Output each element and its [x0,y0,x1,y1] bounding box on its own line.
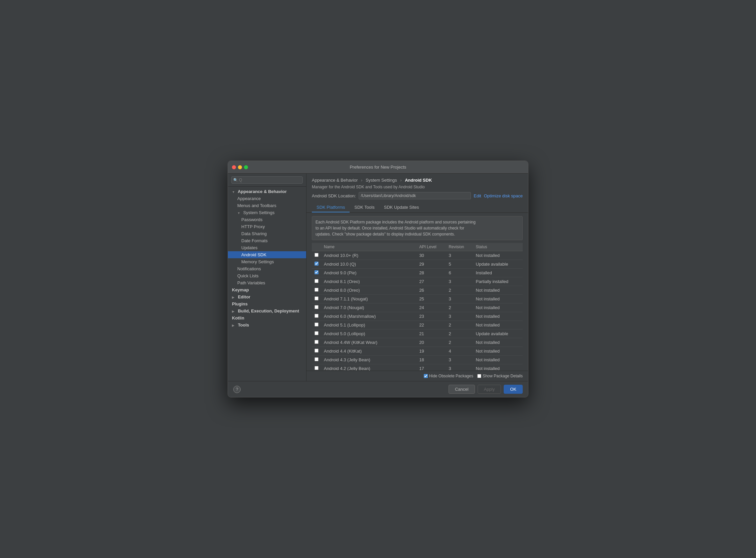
sidebar-item-system-settings[interactable]: ▼ System Settings [228,209,306,216]
row-checkbox[interactable] [315,349,319,353]
sidebar-item-quick-lists[interactable]: Quick Lists [228,272,306,279]
breadcrumb-part2: System Settings [366,178,397,183]
cancel-button[interactable]: Cancel [449,385,475,394]
row-name: Android 4.4W (KitKat Wear) [321,338,416,347]
show-details-checkbox[interactable] [477,374,481,378]
sidebar-item-menus-toolbars[interactable]: Menus and Toolbars [228,202,306,209]
row-checkbox[interactable] [315,288,319,292]
sidebar-item-data-sharing[interactable]: Data Sharing [228,230,306,237]
apply-button[interactable]: Apply [478,385,501,394]
row-api: 23 [416,312,446,321]
close-button[interactable] [232,165,236,169]
minimize-button[interactable] [238,165,242,169]
sidebar-item-updates[interactable]: Updates [228,244,306,251]
row-revision: 2 [446,321,473,330]
row-checkbox[interactable] [315,366,319,370]
row-revision: 3 [446,277,473,286]
sidebar-item-label: HTTP Proxy [241,224,265,229]
sidebar-item-plugins[interactable]: Plugins [228,300,306,307]
table-row: Android 4.2 (Jelly Bean) 17 3 Not instal… [312,364,523,371]
row-checkbox-cell[interactable] [312,269,321,277]
tab-sdk-tools[interactable]: SDK Tools [350,203,379,212]
search-input[interactable] [231,176,303,184]
hide-obsolete-label[interactable]: Hide Obsolete Packages [424,374,473,378]
sidebar-item-keymap[interactable]: Keymap [228,286,306,294]
ok-button[interactable]: OK [504,385,523,394]
row-checkbox-cell[interactable] [312,321,321,330]
sidebar-item-notifications[interactable]: Notifications [228,265,306,272]
row-checkbox-cell[interactable] [312,260,321,269]
row-name: Android 5.1 (Lollipop) [321,321,416,330]
table-row: Android 8.0 (Oreo) 26 2 Not installed [312,286,523,295]
sidebar-item-http-proxy[interactable]: HTTP Proxy [228,223,306,230]
show-details-label[interactable]: Show Package Details [477,374,523,378]
sdk-location-input[interactable] [359,192,471,199]
row-checkbox-cell[interactable] [312,364,321,371]
row-checkbox[interactable] [315,340,319,344]
row-status: Update available [473,260,523,269]
maximize-button[interactable] [244,165,248,169]
bottom-row: Hide Obsolete Packages Show Package Deta… [306,371,528,381]
row-checkbox-cell[interactable] [312,330,321,338]
row-checkbox[interactable] [315,323,319,327]
row-checkbox-cell[interactable] [312,347,321,356]
sidebar-item-date-formats[interactable]: Date Formats [228,237,306,244]
hide-obsolete-checkbox[interactable] [424,374,428,378]
row-checkbox-cell[interactable] [312,338,321,347]
row-name: Android 4.2 (Jelly Bean) [321,364,416,371]
sidebar-item-label: Build, Execution, Deployment [238,308,299,313]
help-button[interactable]: ? [233,386,241,393]
row-checkbox[interactable] [315,331,319,335]
sdk-table-area: Each Android SDK Platform package includ… [306,213,528,371]
row-checkbox[interactable] [315,357,319,361]
row-checkbox[interactable] [315,305,319,309]
row-checkbox-cell[interactable] [312,312,321,321]
sidebar-item-android-sdk[interactable]: Android SDK [228,251,306,258]
sidebar-item-label: Kotlin [232,315,244,321]
row-api: 27 [416,277,446,286]
row-checkbox[interactable] [315,279,319,283]
sdk-location-row: Android SDK Location: Edit Optimize disk… [312,192,523,199]
sidebar-item-memory-settings[interactable]: Memory Settings [228,258,306,265]
sidebar-item-label: Notifications [237,266,261,271]
tab-sdk-platforms[interactable]: SDK Platforms [312,203,350,212]
sidebar-item-kotlin[interactable]: Kotlin [228,314,306,322]
main-window: Preferences for New Projects 🔍 ▼ Appeara… [227,160,529,398]
table-row: Android 6.0 (Marshmallow) 23 3 Not insta… [312,312,523,321]
row-checkbox-cell[interactable] [312,251,321,260]
sidebar-item-tools[interactable]: ▶ Tools [228,322,306,329]
row-checkbox[interactable] [315,261,319,265]
sidebar-item-appearance[interactable]: Appearance [228,195,306,202]
row-checkbox[interactable] [315,270,319,274]
sdk-table: Name API Level Revision Status Android 1… [312,243,523,371]
sidebar-item-editor[interactable]: ▶ Editor [228,294,306,300]
col-status: Status [473,243,523,251]
row-checkbox[interactable] [315,253,319,257]
sidebar-item-path-variables[interactable]: Path Variables [228,279,306,286]
edit-button[interactable]: Edit [474,193,481,198]
row-api: 29 [416,260,446,269]
optimize-disk-button[interactable]: Optimize disk space [484,193,523,198]
sidebar-item-label: Plugins [232,301,248,306]
row-status: Not installed [473,251,523,260]
row-status: Installed [473,269,523,277]
row-checkbox-cell[interactable] [312,277,321,286]
row-api: 20 [416,338,446,347]
sidebar-item-passwords[interactable]: Passwords [228,216,306,223]
row-name: Android 7.0 (Nougat) [321,303,416,312]
sidebar-item-label: Updates [241,245,258,250]
sidebar-item-label: System Settings [243,210,275,215]
sidebar-item-appearance-behavior[interactable]: ▼ Appearance & Behavior [228,188,306,195]
row-checkbox-cell[interactable] [312,286,321,295]
row-api: 24 [416,303,446,312]
sidebar-item-build-execution[interactable]: ▶ Build, Execution, Deployment [228,307,306,314]
row-checkbox[interactable] [315,297,319,300]
row-checkbox-cell[interactable] [312,295,321,303]
tab-sdk-update-sites[interactable]: SDK Update Sites [379,203,424,212]
row-api: 21 [416,330,446,338]
row-checkbox-cell[interactable] [312,356,321,364]
row-checkbox-cell[interactable] [312,303,321,312]
row-status: Update available [473,330,523,338]
traffic-lights [232,165,248,169]
row-checkbox[interactable] [315,314,319,318]
